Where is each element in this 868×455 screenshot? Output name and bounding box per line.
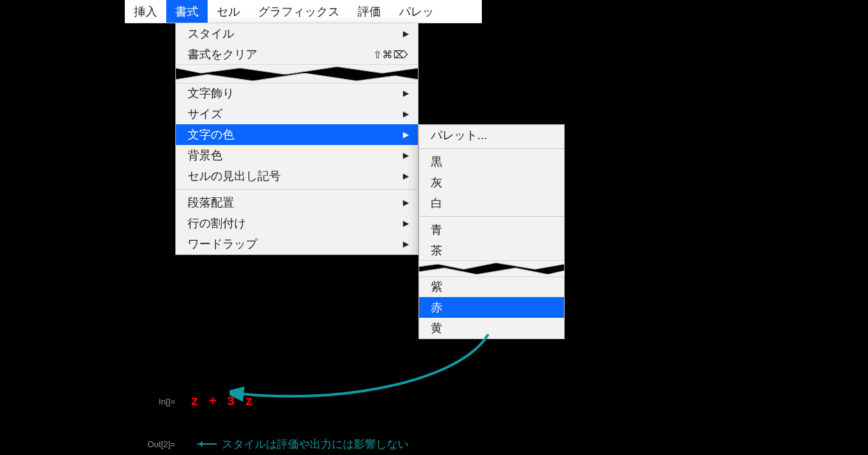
menu-item-text-alignment[interactable]: 段落配置 ▶ [176,192,418,213]
arrow-left-icon [197,443,217,445]
shortcut-text: ⇧⌘⌦ [373,49,409,61]
in-label: In[]= [100,397,191,406]
menu-item-label: ワードラップ [188,236,403,252]
menu-tear [419,261,564,276]
menu-format[interactable]: 書式 [166,0,208,23]
menu-cell[interactable]: セル [208,0,249,23]
menu-item-label: 段落配置 [188,195,403,210]
out-label: Out[2]= [100,439,191,449]
submenu-item-label: 黒 [431,154,442,170]
submenu-arrow-icon: ▶ [403,219,409,228]
submenu-arrow-icon: ▶ [403,29,409,38]
submenu-item-brown[interactable]: 茶 [419,240,564,261]
submenu-item-label: 灰 [431,175,442,190]
annotation-note: スタイルは評価や出力には影響しない [197,437,409,452]
submenu-arrow-icon: ▶ [403,151,409,160]
submenu-item-label: パレット... [431,128,487,143]
menu-item-text-justification[interactable]: 行の割付け ▶ [176,213,418,234]
submenu-arrow-icon: ▶ [403,89,409,98]
submenu-item-red[interactable]: 赤 [419,297,564,318]
menu-item-label: 背景色 [188,148,403,163]
format-dropdown: スタイル ▶ 書式をクリア ⇧⌘⌦ 文字飾り ▶ サイズ ▶ 文字の色 ▶ [175,23,418,255]
menu-item-cell-dingbat[interactable]: セルの見出し記号 ▶ [176,166,418,186]
menu-item-label: サイズ [188,106,403,122]
submenu-item-label: 紫 [431,279,442,294]
menu-palettes[interactable]: パレッ [390,0,443,23]
text-color-submenu: パレット... 黒 灰 白 青 茶 紫 赤 黄 [418,124,565,339]
menu-tear [176,65,418,83]
submenu-item-blue[interactable]: 青 [419,219,564,240]
menu-item-label: スタイル [188,26,403,41]
annotation-text: スタイルは評価や出力には影響しない [222,437,409,452]
submenu-arrow-icon: ▶ [403,130,409,139]
submenu-item-gray[interactable]: 灰 [419,172,564,193]
menu-item-clear-format[interactable]: 書式をクリア ⇧⌘⌦ [176,44,418,65]
menu-separator [419,216,564,217]
submenu-item-purple[interactable]: 紫 [419,276,564,297]
menu-insert[interactable]: 挿入 [125,0,166,23]
menu-separator [419,148,564,149]
menu-graphics[interactable]: グラフィックス [249,0,349,23]
submenu-item-label: 青 [431,222,442,238]
submenu-item-black[interactable]: 黒 [419,151,564,172]
menu-item-style[interactable]: スタイル ▶ [176,23,418,44]
submenu-item-palette[interactable]: パレット... [419,125,564,146]
submenu-arrow-icon: ▶ [403,239,409,249]
menu-item-font-decoration[interactable]: 文字飾り ▶ [176,83,418,104]
menu-item-label: 書式をクリア [188,47,373,62]
submenu-item-label: 黄 [431,320,442,336]
menu-item-text-color[interactable]: 文字の色 ▶ [176,124,418,145]
menu-item-label: セルの見出し記号 [188,168,403,184]
submenu-arrow-icon: ▶ [403,109,409,118]
menu-evaluation[interactable]: 評価 [349,0,390,23]
submenu-arrow-icon: ▶ [403,198,409,207]
menu-item-label: 行の割付け [188,216,403,231]
input-cell[interactable]: z + 3 z [191,394,254,409]
svg-marker-3 [418,268,565,277]
menu-item-background-color[interactable]: 背景色 ▶ [176,145,418,166]
menu-item-label: 文字飾り [188,85,403,101]
notebook-area: In[]= z + 3 z Out[2]= スタイルは評価や出力には影響しない [100,388,566,455]
submenu-item-label: 白 [431,195,442,211]
submenu-item-label: 茶 [431,243,442,258]
menu-item-label: 文字の色 [188,127,403,142]
submenu-item-white[interactable]: 白 [419,193,564,214]
submenu-item-label: 赤 [431,300,442,315]
menu-separator [176,189,418,190]
menu-item-word-wrap[interactable]: ワードラップ ▶ [176,234,418,254]
menubar: 挿入 書式 セル グラフィックス 評価 パレッ [125,0,482,23]
svg-marker-1 [175,73,418,83]
submenu-arrow-icon: ▶ [403,172,409,181]
menu-item-size[interactable]: サイズ ▶ [176,104,418,124]
submenu-item-yellow[interactable]: 黄 [419,318,564,338]
